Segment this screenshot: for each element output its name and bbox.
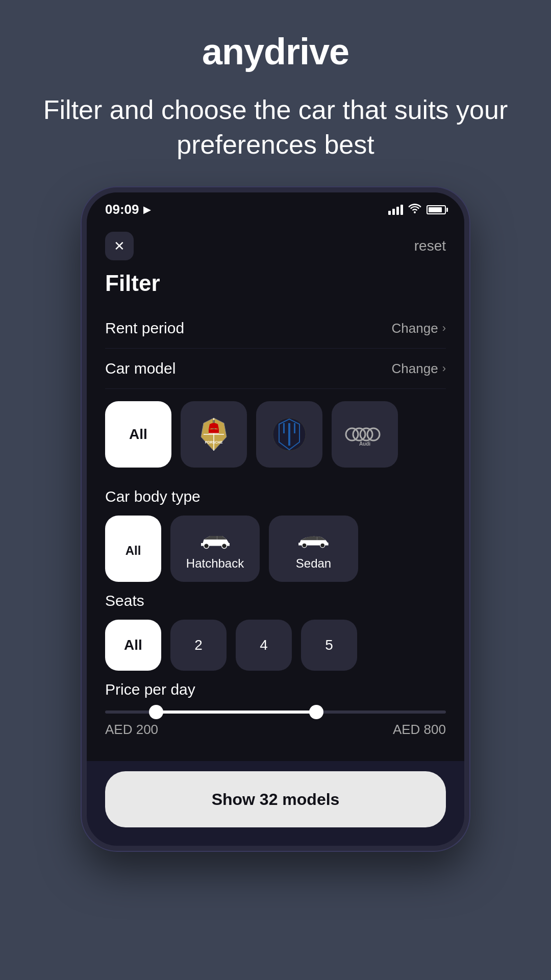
show-models-button[interactable]: Show 32 models	[105, 771, 446, 827]
svg-text:Audi: Audi	[359, 441, 370, 447]
car-model-row[interactable]: Car model Change ›	[105, 349, 446, 389]
svg-point-8	[360, 428, 372, 440]
app-subtitle: Filter and choose the car that suits you…	[0, 93, 551, 162]
svg-text:PORSCHE: PORSCHE	[205, 440, 223, 444]
rent-period-action[interactable]: Change ›	[392, 321, 446, 336]
rent-period-change-label: Change	[392, 321, 438, 336]
show-models-label: Show 32 models	[212, 790, 340, 809]
price-label: Price per day	[105, 681, 446, 698]
body-type-sedan-label: Sedan	[296, 556, 331, 571]
price-slider-fill	[156, 710, 316, 714]
signal-icon	[388, 205, 403, 215]
svg-point-12	[221, 544, 227, 549]
price-thumb-min[interactable]	[149, 705, 163, 719]
body-type-hatchback-chip[interactable]: Hatchback	[170, 516, 260, 582]
brands-row: All PORSCHE	[105, 389, 446, 480]
rent-period-label: Rent period	[105, 320, 184, 337]
seats-2-label: 2	[194, 637, 203, 653]
price-slider-track[interactable]	[105, 710, 446, 714]
filter-topbar: ✕ reset	[105, 232, 446, 260]
price-min-label: AED 200	[105, 722, 158, 738]
app-title: anydrive	[0, 31, 551, 72]
price-section: Price per day AED 200 AED 800	[105, 681, 446, 748]
price-thumb-max[interactable]	[309, 705, 323, 719]
status-icons	[388, 203, 446, 216]
car-body-type-label: Car body type	[105, 488, 446, 505]
svg-rect-3	[288, 423, 290, 446]
audi-logo-icon: Audi	[344, 414, 385, 455]
brand-all-chip[interactable]: All	[105, 401, 171, 468]
body-type-all-chip[interactable]: All	[105, 516, 161, 582]
brand-all-label: All	[129, 426, 147, 443]
phone-mockup: 09:09 ▶	[82, 187, 469, 851]
car-model-label: Car model	[105, 360, 176, 377]
brand-maserati-chip[interactable]	[256, 401, 322, 468]
seats-all-label: All	[124, 637, 142, 653]
svg-point-11	[204, 544, 209, 549]
filter-panel: ✕ reset Filter Rent period Change › Car …	[87, 222, 464, 761]
porsche-logo-icon: PORSCHE	[193, 414, 234, 455]
time-display: 09:09	[105, 202, 139, 217]
maserati-logo-icon	[269, 414, 310, 455]
brand-porsche-chip[interactable]: PORSCHE	[181, 401, 247, 468]
seats-all-chip[interactable]: All	[105, 620, 161, 671]
car-model-change-label: Change	[392, 361, 438, 377]
rent-period-chevron-icon: ›	[442, 322, 446, 335]
body-type-all-label: All	[126, 544, 141, 558]
svg-point-9	[367, 428, 380, 440]
location-arrow-icon: ▶	[143, 204, 151, 215]
car-model-chevron-icon: ›	[442, 362, 446, 375]
body-type-sedan-chip[interactable]: Sedan	[269, 516, 358, 582]
body-type-hatchback-label: Hatchback	[186, 556, 244, 571]
status-bar: 09:09 ▶	[87, 192, 464, 222]
svg-point-13	[302, 543, 307, 548]
seats-5-chip[interactable]: 5	[301, 620, 357, 671]
price-labels: AED 200 AED 800	[105, 722, 446, 738]
seats-label: Seats	[105, 592, 446, 609]
body-types-row: All Hatchback	[105, 516, 446, 582]
status-time: 09:09 ▶	[105, 202, 151, 217]
car-model-action[interactable]: Change ›	[392, 361, 446, 377]
close-button[interactable]: ✕	[105, 232, 134, 260]
sedan-car-icon	[296, 527, 332, 552]
brand-audi-chip[interactable]: Audi	[332, 401, 398, 468]
seats-2-chip[interactable]: 2	[170, 620, 227, 671]
seats-row: All 2 4 5	[105, 620, 446, 671]
hatchback-car-icon	[197, 527, 233, 552]
filter-title: Filter	[105, 271, 446, 296]
rent-period-row[interactable]: Rent period Change ›	[105, 308, 446, 349]
reset-button[interactable]: reset	[414, 238, 446, 254]
wifi-icon	[408, 203, 421, 216]
svg-point-14	[320, 543, 324, 548]
app-header: anydrive Filter and choose the car that …	[0, 0, 551, 187]
svg-point-7	[353, 428, 365, 440]
battery-icon	[427, 205, 446, 214]
price-max-label: AED 800	[393, 722, 446, 738]
seats-4-chip[interactable]: 4	[236, 620, 292, 671]
close-icon: ✕	[114, 238, 125, 254]
seats-4-label: 4	[260, 637, 268, 653]
svg-point-6	[346, 428, 358, 440]
seats-5-label: 5	[325, 637, 333, 653]
